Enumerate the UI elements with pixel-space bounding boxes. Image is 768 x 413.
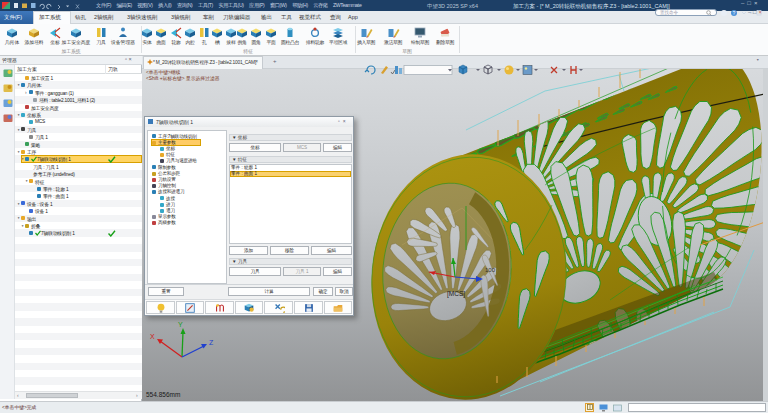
svg-text:?: ? (733, 10, 736, 16)
svg-text:Y: Y (178, 321, 183, 328)
svg-text:Z: Z (209, 339, 214, 346)
svg-text:100: 100 (485, 267, 496, 273)
svg-text:X: X (150, 333, 155, 340)
svg-text:[MCS]: [MCS] (447, 290, 465, 298)
